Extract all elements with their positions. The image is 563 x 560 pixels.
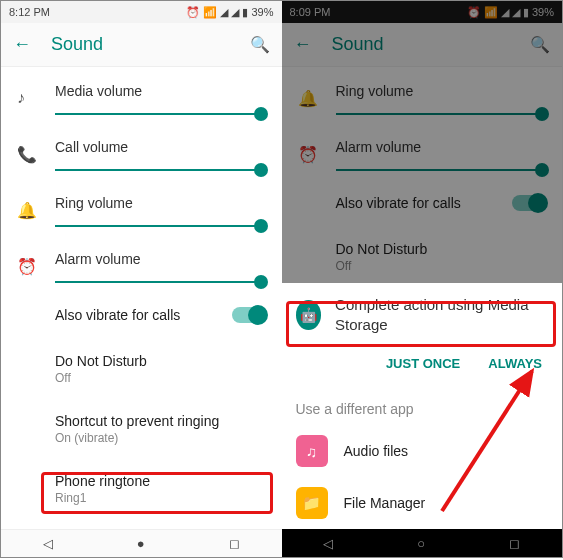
volume-slider-row: ♪ Media volume bbox=[55, 67, 266, 123]
app-name: Audio files bbox=[344, 443, 409, 459]
setting-subtitle: Ring1 bbox=[55, 491, 266, 505]
volume-slider[interactable] bbox=[55, 161, 266, 179]
screen-left: 8:12 PM ⏰ 📶 ◢ ◢ ▮ 39% ← Sound 🔍 ♪ Media … bbox=[1, 1, 282, 557]
volume-slider-row: 🔔 Ring volume bbox=[55, 179, 266, 235]
app-option[interactable]: ♫ Audio files bbox=[282, 425, 563, 477]
back-button[interactable]: ← bbox=[13, 34, 31, 55]
battery-text: 39% bbox=[251, 6, 273, 18]
different-app-label: Use a different app bbox=[282, 385, 563, 425]
always-button[interactable]: ALWAYS bbox=[488, 356, 542, 371]
signal-icon: ◢ bbox=[231, 6, 239, 19]
setting-title: Shortcut to prevent ringing bbox=[55, 413, 266, 429]
slider-label: Call volume bbox=[55, 139, 266, 155]
setting-row[interactable]: Do Not Disturb Off bbox=[55, 339, 266, 399]
search-button[interactable]: 🔍 bbox=[250, 35, 270, 54]
slider-label: Ring volume bbox=[55, 195, 266, 211]
volume-icon: 🔔 bbox=[17, 201, 37, 220]
nav-home[interactable]: ● bbox=[137, 536, 145, 551]
slider-label: Media volume bbox=[55, 83, 266, 99]
setting-row[interactable]: Shortcut to prevent ringing On (vibrate) bbox=[55, 399, 266, 459]
toggle-label: Also vibrate for calls bbox=[55, 307, 180, 323]
slider-label: Alarm volume bbox=[55, 251, 266, 267]
app-bar: ← Sound 🔍 bbox=[1, 23, 282, 67]
volume-slider[interactable] bbox=[55, 217, 266, 235]
app-icon: ♫ bbox=[296, 435, 328, 467]
screen-right: 8:09 PM ⏰ 📶 ◢ ◢ ▮ 39% ← Sound 🔍 🔔 Ring v… bbox=[282, 1, 563, 557]
media-storage-icon: 🤖 bbox=[296, 300, 322, 330]
status-bar: 8:12 PM ⏰ 📶 ◢ ◢ ▮ 39% bbox=[1, 1, 282, 23]
volume-slider-row: ⏰ Alarm volume bbox=[55, 235, 266, 291]
setting-title: Phone ringtone bbox=[55, 473, 266, 489]
volume-icon: ⏰ bbox=[17, 257, 37, 276]
sheet-title: Complete action using Media Storage bbox=[335, 295, 548, 334]
app-option[interactable]: 📁 File Manager bbox=[282, 477, 563, 529]
nav-bar: ◁ ● ◻ bbox=[1, 529, 282, 557]
setting-subtitle: Off bbox=[55, 371, 266, 385]
volume-icon: 📞 bbox=[17, 145, 37, 164]
intent-chooser-sheet: 🤖 Complete action using Media Storage JU… bbox=[282, 283, 563, 529]
app-icon: 📁 bbox=[296, 487, 328, 519]
volume-slider-row: 📞 Call volume bbox=[55, 123, 266, 179]
setting-title: Do Not Disturb bbox=[55, 353, 266, 369]
nav-recent[interactable]: ◻ bbox=[229, 536, 240, 551]
sheet-buttons: JUST ONCE ALWAYS bbox=[282, 346, 563, 385]
status-time: 8:12 PM bbox=[9, 6, 50, 18]
battery-icon: ▮ bbox=[242, 6, 248, 19]
wifi-icon: 📶 bbox=[203, 6, 217, 19]
volume-icon: ♪ bbox=[17, 89, 25, 107]
sheet-primary-option[interactable]: 🤖 Complete action using Media Storage bbox=[282, 283, 563, 346]
content-area: ♪ Media volume 📞 Call volume 🔔 Ring volu… bbox=[1, 67, 282, 519]
signal-icon: ◢ bbox=[220, 6, 228, 19]
just-once-button[interactable]: JUST ONCE bbox=[386, 356, 460, 371]
status-icons: ⏰ 📶 ◢ ◢ ▮ 39% bbox=[186, 6, 273, 19]
setting-subtitle: On (vibrate) bbox=[55, 431, 266, 445]
vibrate-toggle-row[interactable]: Also vibrate for calls bbox=[55, 291, 266, 339]
setting-row[interactable]: Phone ringtone Ring1 bbox=[55, 459, 266, 519]
volume-slider[interactable] bbox=[55, 105, 266, 123]
page-title: Sound bbox=[51, 34, 103, 55]
app-name: File Manager bbox=[344, 495, 426, 511]
alarm-icon: ⏰ bbox=[186, 6, 200, 19]
nav-back[interactable]: ◁ bbox=[43, 536, 53, 551]
volume-slider[interactable] bbox=[55, 273, 266, 291]
toggle-switch[interactable] bbox=[232, 307, 266, 323]
